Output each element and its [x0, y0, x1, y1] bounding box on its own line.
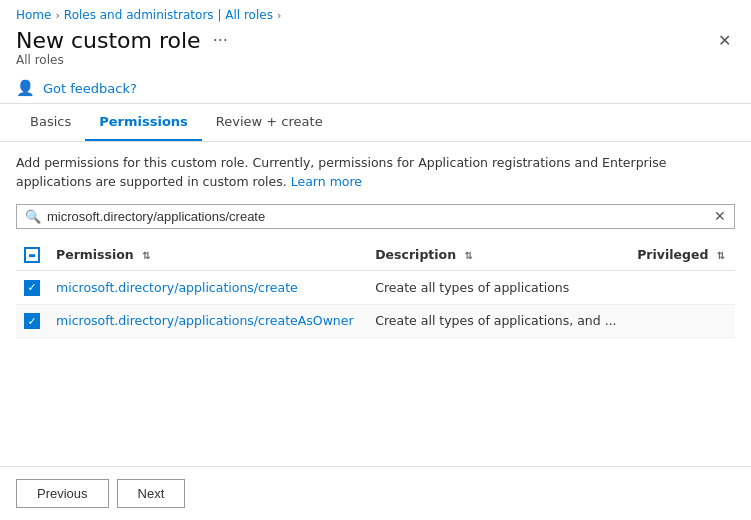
permission-link-1[interactable]: microsoft.directory/applications/create — [56, 280, 298, 295]
previous-button[interactable]: Previous — [16, 479, 109, 508]
description-cell-2: Create all types of applications, and ..… — [367, 304, 629, 338]
permissions-table: Permission ⇅ Description ⇅ Privileged ⇅ — [16, 239, 735, 339]
search-input[interactable] — [47, 209, 708, 224]
subtitle: All roles — [0, 53, 751, 73]
row-checkbox-2[interactable]: ✓ — [16, 304, 48, 338]
footer: Previous Next — [0, 466, 751, 520]
sort-privileged-icon[interactable]: ⇅ — [717, 250, 725, 261]
select-all-checkbox-header[interactable] — [16, 239, 48, 271]
title-area: New custom role ··· — [16, 28, 232, 53]
more-options-icon[interactable]: ··· — [209, 29, 232, 52]
sort-permission-icon[interactable]: ⇅ — [142, 250, 150, 261]
privileged-cell-2 — [629, 304, 735, 338]
breadcrumb-roles-link[interactable]: Roles and administrators | All roles — [64, 8, 273, 22]
breadcrumb-sep1: › — [55, 9, 59, 22]
header-row: New custom role ··· ✕ — [0, 26, 751, 53]
column-description: Description ⇅ — [367, 239, 629, 271]
table-header-row: Permission ⇅ Description ⇅ Privileged ⇅ — [16, 239, 735, 271]
learn-more-link[interactable]: Learn more — [291, 174, 362, 189]
privileged-cell-1 — [629, 271, 735, 305]
sort-description-icon[interactable]: ⇅ — [464, 250, 472, 261]
info-text: Add permissions for this custom role. Cu… — [16, 154, 735, 192]
feedback-icon: 👤 — [16, 79, 35, 97]
breadcrumb-home[interactable]: Home — [16, 8, 51, 22]
breadcrumb: Home › Roles and administrators | All ro… — [0, 0, 751, 26]
tabs: Basics Permissions Review + create — [0, 104, 751, 142]
table-row: ✓ microsoft.directory/applications/creat… — [16, 304, 735, 338]
feedback-link[interactable]: Got feedback? — [43, 81, 137, 96]
next-button[interactable]: Next — [117, 479, 186, 508]
panel: Home › Roles and administrators | All ro… — [0, 0, 751, 520]
description-cell-1: Create all types of applications — [367, 271, 629, 305]
content-area: Add permissions for this custom role. Cu… — [0, 142, 751, 466]
row-checkbox-1[interactable]: ✓ — [16, 271, 48, 305]
breadcrumb-sep2: › — [277, 9, 281, 22]
close-button[interactable]: ✕ — [714, 29, 735, 53]
column-privileged: Privileged ⇅ — [629, 239, 735, 271]
permission-cell-1: microsoft.directory/applications/create — [48, 271, 367, 305]
tab-review-create[interactable]: Review + create — [202, 104, 337, 141]
search-clear-button[interactable]: ✕ — [714, 209, 726, 223]
permission-cell-2: microsoft.directory/applications/createA… — [48, 304, 367, 338]
search-bar: 🔍 ✕ — [16, 204, 735, 229]
tab-permissions[interactable]: Permissions — [85, 104, 202, 141]
feedback-bar: 👤 Got feedback? — [0, 73, 751, 104]
permission-link-2[interactable]: microsoft.directory/applications/createA… — [56, 313, 354, 328]
search-icon: 🔍 — [25, 209, 41, 224]
column-permission: Permission ⇅ — [48, 239, 367, 271]
tab-basics[interactable]: Basics — [16, 104, 85, 141]
page-title: New custom role — [16, 28, 201, 53]
table-row: ✓ microsoft.directory/applications/creat… — [16, 271, 735, 305]
